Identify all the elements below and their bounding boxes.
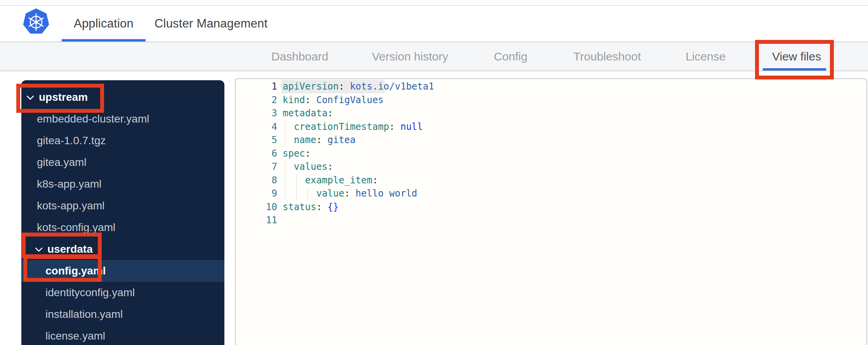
code-token: hello world [350,188,417,199]
subnav-item-config[interactable]: Config [494,42,528,71]
code-token: {} [322,202,339,212]
code-token: ConfigValues [311,95,384,105]
app-header: Application Cluster Management [0,6,868,42]
subnav-item-troubleshoot[interactable]: Troubleshoot [573,42,641,71]
app-subnav: Dashboard Version history Config Trouble… [0,42,868,71]
code-token: : [389,121,395,132]
code-token [283,121,294,132]
code-line: name: gitea [283,133,866,147]
file-tree: upstreamembedded-cluster.yamlgitea-1.0.7… [21,86,224,345]
sidebar-item-k8s-app-yaml[interactable]: k8s-app.yaml [21,173,224,195]
code-line: creationTimestamp: null [283,120,866,134]
tab-cluster-management[interactable]: Cluster Management [155,6,267,41]
code-token [283,161,294,172]
code-token: : [328,108,333,119]
subnav-item-view-files[interactable]: View files [772,42,821,71]
code-token [283,135,294,145]
code-token: metadata [283,108,328,119]
code-token: : [339,81,344,92]
line-number: 5 [236,133,277,147]
code-token: kots.io/v1beta1 [344,81,434,92]
code-token: value [316,188,344,199]
subnav-label: Troubleshoot [573,50,641,63]
sidebar-item-embedded-cluster-yaml[interactable]: embedded-cluster.yaml [21,108,224,130]
code-line: example_item: [283,174,866,187]
code-line: spec: [283,147,866,160]
subnav-label: Version history [372,50,448,63]
kubernetes-logo-icon [23,9,49,35]
sidebar-item-gitea-1-0-7-tgz[interactable]: gitea-1.0.7.tgz [21,130,224,152]
file-label: identityconfig.yaml [45,286,135,299]
sidebar-item-license-yaml[interactable]: license.yaml [21,325,224,345]
line-number: 10 [236,200,277,214]
file-label: gitea-1.0.7.tgz [37,135,106,147]
sidebar-item-kots-app-yaml[interactable]: kots-app.yaml [21,195,224,217]
file-tree-sidebar: upstreamembedded-cluster.yamlgitea-1.0.7… [21,80,224,345]
code-token: creationTimestamp [294,121,389,132]
code-token: example_item [305,175,372,186]
code-token: gitea [322,135,356,145]
subnav-label: Dashboard [271,50,328,63]
sidebar-item-userdata[interactable]: userdata [21,238,224,260]
code-token: values [294,161,328,172]
line-number: 9 [236,187,277,200]
subnav-label: License [686,50,726,63]
file-label: gitea.yaml [37,156,87,169]
line-number: 1 [236,80,277,93]
folder-label: upstream [39,91,88,104]
file-label: kots-app.yaml [37,200,104,212]
file-label: license.yaml [45,330,105,342]
code-token: : [372,175,378,186]
code-token: : [328,161,333,172]
code-token: : [316,202,322,212]
code-token: status [283,202,316,212]
sidebar-item-installation-yaml[interactable]: installation.yaml [21,304,224,325]
editor-code-area: apiVersion: kots.io/v1beta1kind: ConfigV… [283,80,866,227]
subnav-item-license[interactable]: License [686,42,726,71]
sidebar-item-gitea-yaml[interactable]: gitea.yaml [21,152,224,173]
code-token: name [294,135,316,145]
sidebar-item-upstream[interactable]: upstream [21,86,224,108]
code-editor[interactable]: 1234567891011 apiVersion: kots.io/v1beta… [235,78,867,345]
code-line: value: hello world [283,187,866,200]
chevron-down-icon[interactable] [26,92,34,100]
tab-application[interactable]: Application [74,6,134,41]
code-line: status: {} [283,200,866,214]
code-line [283,214,866,227]
file-label: config.yaml [45,265,106,277]
tab-cluster-management-label: Cluster Management [155,17,267,31]
tab-application-label: Application [74,17,134,31]
line-number: 4 [236,120,277,134]
line-number: 3 [236,107,277,120]
active-tab-underline [62,39,146,41]
sidebar-item-config-yaml[interactable]: config.yaml [21,260,224,282]
folder-label: userdata [47,243,93,255]
line-number: 2 [236,93,277,107]
code-token: kind [283,95,305,105]
chevron-down-icon[interactable] [35,244,43,252]
subnav-label: Config [494,50,528,63]
subnav-item-version-history[interactable]: Version history [372,42,448,71]
code-token: spec [283,148,305,159]
code-line: kind: ConfigValues [283,93,866,107]
code-token: : [344,188,350,199]
code-line: values: [283,160,866,174]
code-token [283,188,316,199]
active-subnav-underline [763,68,826,71]
sidebar-item-identityconfig-yaml[interactable]: identityconfig.yaml [21,282,224,304]
code-token: apiVersion [283,81,339,92]
sidebar-item-kots-config-yaml[interactable]: kots-config.yaml [21,217,224,238]
file-label: kots-config.yaml [37,221,115,234]
file-label: installation.yaml [45,308,123,321]
line-number: 8 [236,174,277,187]
code-line: metadata: [283,107,866,120]
editor-line-number-gutter: 1234567891011 [236,80,277,227]
file-label: embedded-cluster.yaml [37,113,149,125]
line-number: 6 [236,147,277,160]
code-token: : [305,148,311,159]
code-token [283,175,305,186]
line-number: 7 [236,160,277,174]
code-token: : [316,135,322,145]
subnav-item-dashboard[interactable]: Dashboard [271,42,328,71]
line-number: 11 [236,214,277,227]
